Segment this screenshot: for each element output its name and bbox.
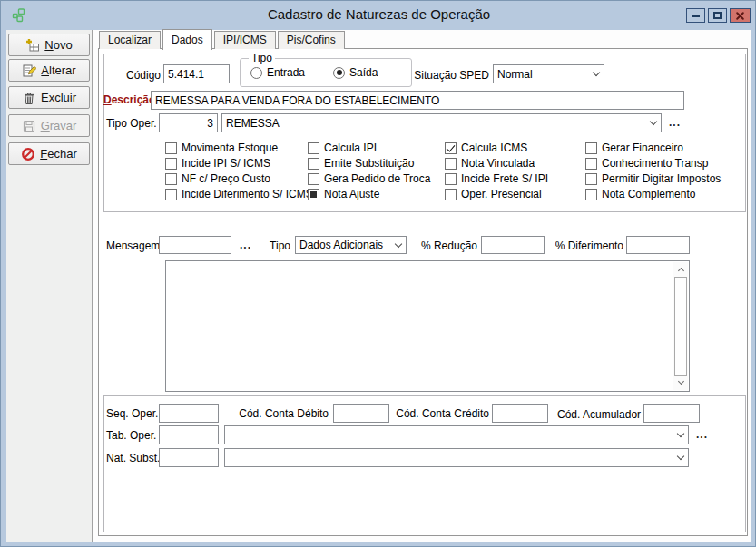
descricao-input[interactable] <box>151 91 684 110</box>
minimize-button[interactable] <box>686 8 705 23</box>
checkbox-nota-vinculada[interactable]: Nota Vinculada <box>445 157 548 170</box>
seq-oper-label: Seq. Oper. <box>106 407 156 420</box>
titlebar[interactable]: Cadastro de Naturezas de Operação <box>1 1 756 30</box>
radio-saida-circle <box>333 67 345 79</box>
vertical-scrollbar[interactable] <box>673 262 688 390</box>
scroll-up-button[interactable] <box>673 262 688 277</box>
mensagem-tipo-combo[interactable]: Dados Adicionais <box>295 236 407 254</box>
nat-subst-code-input[interactable] <box>159 448 219 467</box>
tipo-oper-lookup-button[interactable]: ... <box>669 116 681 129</box>
fechar-button[interactable]: Fechar <box>8 142 90 165</box>
codigo-label: Código <box>106 69 161 82</box>
checkbox-label: Permitir Digitar Impostos <box>602 172 721 185</box>
conta-debito-input[interactable] <box>333 404 389 423</box>
checkbox-label: Incide Frete S/ IPI <box>461 172 548 185</box>
chevron-down-icon[interactable] <box>645 114 661 132</box>
checkbox-label: Calcula ICMS <box>461 142 527 154</box>
diferimento-input[interactable] <box>626 236 690 254</box>
reducao-input[interactable] <box>481 236 545 254</box>
radio-saida[interactable]: Saída <box>333 66 378 79</box>
acumulador-label: Cód. Acumulador <box>557 408 640 421</box>
gravar-button-label: Gravar <box>41 119 77 132</box>
minimize-icon <box>692 15 700 17</box>
checkbox-box <box>585 158 597 170</box>
checkbox-label: Nota Vinculada <box>461 157 535 170</box>
tipo-oper-code-input[interactable] <box>159 113 218 132</box>
alterar-button-label: Alterar <box>41 63 75 77</box>
checkbox-box <box>308 142 319 154</box>
alterar-button[interactable]: Alterar <box>8 59 90 82</box>
tab-dados[interactable]: Dados <box>162 29 212 50</box>
mensagem-tipo-value: Dados Adicionais <box>299 239 383 251</box>
chevron-down-icon[interactable] <box>588 65 604 83</box>
scroll-down-button[interactable] <box>673 376 688 390</box>
checkbox-label: Nota Complemento <box>602 188 695 200</box>
tab-oper-label: Tab. Oper. <box>106 429 156 442</box>
checkbox-permitir-digitar-impostos[interactable]: Permitir Digitar Impostos <box>585 172 721 185</box>
chevron-up-icon <box>677 268 683 274</box>
conta-debito-label: Cód. Conta Débito <box>231 407 329 420</box>
checkbox-label: Incide IPI S/ ICMS <box>182 157 270 170</box>
acumulador-input[interactable] <box>643 404 700 423</box>
mensagem-tipo-label: Tipo <box>265 239 290 252</box>
checkbox-incide-frete-s-ipi[interactable]: Incide Frete S/ IPI <box>445 172 548 185</box>
cancel-icon <box>21 147 35 161</box>
checkbox-gera-pedido-troca[interactable]: Gera Pedido de Troca <box>308 172 430 185</box>
gravar-button[interactable]: Gravar <box>8 114 90 137</box>
excluir-button[interactable]: Excluir <box>8 86 90 109</box>
checkbox-box <box>308 158 319 170</box>
chevron-down-icon[interactable] <box>390 237 406 253</box>
chevron-down-icon[interactable] <box>673 426 688 444</box>
checkbox-conhecimento-transp[interactable]: Conhecimento Transp <box>585 157 721 170</box>
checkbox-incide-diferimento-s-icms[interactable]: Incide Diferimento S/ ICMS <box>165 188 313 200</box>
window-controls <box>686 8 751 23</box>
tab-oper-code-input[interactable] <box>159 425 219 444</box>
mensagem-lookup-button[interactable]: ... <box>240 239 251 251</box>
seq-oper-input[interactable] <box>159 404 219 423</box>
tipo-groupbox-legend: Tipo <box>249 52 275 64</box>
mensagem-input[interactable] <box>159 236 231 254</box>
tab-page-dados: Código Tipo Entrada Saída Situação SPED … <box>98 48 748 536</box>
checkbox-label: Nota Ajuste <box>324 188 379 200</box>
chevron-down-icon[interactable] <box>673 449 688 466</box>
checkbox-movimenta-estoque[interactable]: Movimenta Estoque <box>165 142 313 154</box>
checkbox-gerar-financeiro[interactable]: Gerar Financeiro <box>585 142 721 154</box>
nat-subst-combo[interactable] <box>224 448 689 467</box>
sidebar: Novo Alterar Excluir <box>6 30 93 542</box>
radio-entrada-label: Entrada <box>267 66 305 79</box>
checkbox-nf-preco-custo[interactable]: NF c/ Preço Custo <box>165 172 313 185</box>
checkbox-nota-complemento[interactable]: Nota Complemento <box>585 188 721 200</box>
checkbox-incide-ipi-s-icms[interactable]: Incide IPI S/ ICMS <box>165 157 313 170</box>
checkbox-calcula-ipi[interactable]: Calcula IPI <box>308 142 430 154</box>
notes-textarea[interactable] <box>165 260 690 392</box>
tab-ipi-icms[interactable]: IPI/ICMS <box>214 31 276 49</box>
close-button[interactable] <box>730 8 751 23</box>
save-icon <box>22 119 36 133</box>
diferimento-label: % Diferimento <box>549 239 623 252</box>
checkbox-box <box>585 173 597 185</box>
tab-oper-lookup-button[interactable]: ... <box>696 428 708 441</box>
conta-credito-input[interactable] <box>492 404 548 423</box>
novo-button[interactable]: Novo <box>8 34 90 56</box>
checkbox-emite-substituicao[interactable]: Emite Substituição <box>308 157 430 170</box>
checkbox-oper-presencial[interactable]: Oper. Presencial <box>445 188 548 200</box>
tab-oper-combo[interactable] <box>224 425 689 444</box>
checkbox-calcula-icms[interactable]: Calcula ICMS <box>445 142 548 154</box>
close-icon <box>735 11 745 21</box>
edit-icon <box>22 63 36 78</box>
situacao-sped-value: Normal <box>497 68 533 81</box>
scrollbar-thumb[interactable] <box>674 277 687 376</box>
checkbox-column-3: Calcula ICMS Nota Vinculada Incide Frete… <box>445 142 548 200</box>
codigo-input[interactable] <box>163 64 230 83</box>
radio-entrada[interactable]: Entrada <box>250 66 305 79</box>
tab-localizar[interactable]: Localizar <box>99 31 161 49</box>
tab-pis-cofins[interactable]: Pis/Cofins <box>278 31 345 49</box>
tipo-oper-combo[interactable]: REMESSA <box>221 113 662 132</box>
maximize-button[interactable] <box>708 8 727 23</box>
checkbox-box <box>308 173 319 185</box>
situacao-sped-combo[interactable]: Normal <box>493 64 604 83</box>
checkbox-nota-ajuste[interactable]: Nota Ajuste <box>308 188 430 200</box>
situacao-sped-label: Situação SPED <box>413 69 489 82</box>
conta-credito-label: Cód. Conta Crédito <box>395 407 489 420</box>
tipo-oper-label: Tipo Oper. <box>106 117 156 130</box>
